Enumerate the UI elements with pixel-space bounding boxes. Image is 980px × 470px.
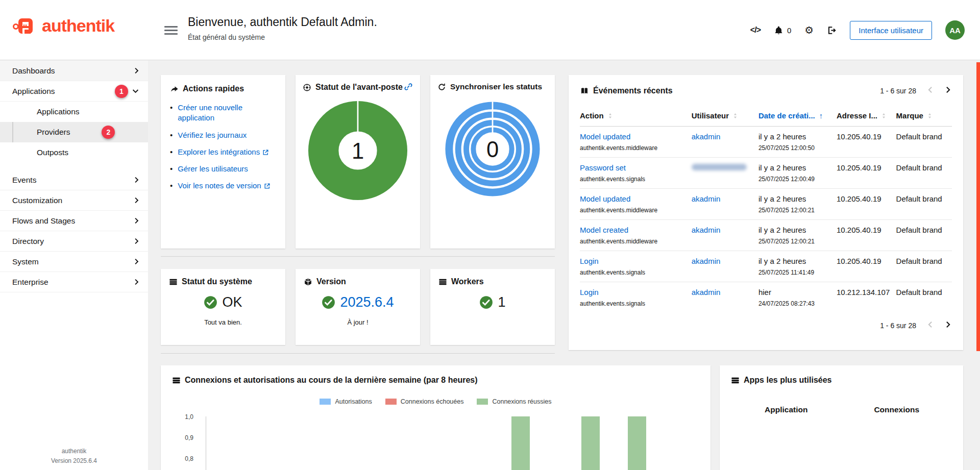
sort-icon — [733, 112, 738, 119]
sidebar-item-system[interactable]: System — [0, 252, 148, 272]
sidebar-item-enterprise[interactable]: Enterprise — [0, 272, 148, 292]
sidebar-item-dashboards[interactable]: Dashboards — [0, 61, 148, 81]
sidebar-toggle-button[interactable] — [164, 24, 178, 37]
event-action-cell: Password setauthentik.events.signals — [580, 158, 692, 189]
user-interface-button[interactable]: Interface utilisateur — [850, 21, 932, 40]
outpost-status-card: Statut de l'avant-poste 1 — [296, 75, 420, 249]
pagination-next-button[interactable] — [944, 320, 952, 331]
event-action-cell: Model createdauthentik.events.middleware — [580, 220, 692, 251]
event-user-link[interactable]: akadmin — [692, 194, 721, 203]
bullet: • — [170, 147, 173, 157]
sidebar-subnav-applications: ApplicationsProviders2Outposts — [0, 102, 148, 163]
events-column-header-marque[interactable]: Marque — [896, 105, 952, 127]
sidebar-item-applications[interactable]: Applications1 — [0, 81, 148, 102]
outpost-status-title: Statut de l'avant-poste — [315, 82, 403, 93]
recent-events-card: Événements récents 1 - 6 sur 28 ActionUt… — [569, 75, 963, 350]
sidebar-item-customization[interactable]: Customization — [0, 190, 148, 211]
event-date-cell: hier24/07/2025 08:27:43 — [758, 282, 837, 313]
event-date-cell: il y a 2 heures25/07/2025 12:00:21 — [758, 189, 837, 220]
event-action-link[interactable]: Model updated — [580, 194, 630, 203]
event-user-link[interactable]: akadmin — [692, 132, 721, 141]
event-row: Password setauthentik.events.signalsil y… — [580, 158, 952, 189]
sidebar-subitem-providers[interactable]: Providers2 — [0, 122, 148, 142]
sidebar-item-directory[interactable]: Directory — [0, 231, 148, 252]
event-action-link[interactable]: Model created — [580, 226, 628, 234]
sidebar-subitem-applications[interactable]: Applications — [0, 102, 148, 122]
event-action-link[interactable]: Login — [580, 288, 599, 296]
header-actions: </> 0 ⚙ Interface utilisateur AA — [750, 0, 965, 60]
quick-action-link-explorer-les-int-grations[interactable]: Explorer les intégrations — [178, 147, 260, 156]
quick-action-link-g-rer-les-utilisateurs[interactable]: Gérer les utilisateurs — [178, 164, 248, 173]
event-user-link[interactable]: akadmin — [692, 288, 721, 296]
event-ip-cell: 10.205.40.19 — [837, 189, 896, 220]
quick-action-link-cr-er-une-nouvelle-application[interactable]: Créer une nouvelle application — [178, 103, 242, 122]
event-action-link[interactable]: Login — [580, 257, 599, 265]
sign-out-button[interactable] — [827, 26, 837, 35]
pagination-label: 1 - 6 sur 28 — [880, 321, 916, 330]
pagination-prev-button[interactable] — [926, 320, 934, 331]
event-action-link[interactable]: Password set — [580, 163, 626, 172]
system-status-card: Statut du système OK Tout va bien. — [161, 269, 285, 345]
event-relative-time: il y a 2 heures — [758, 194, 834, 203]
event-timestamp: 25/07/2025 12:00:49 — [758, 176, 834, 183]
sidebar-item-events[interactable]: Events — [0, 170, 148, 190]
event-user-link[interactable]: akadmin — [692, 257, 721, 265]
column-label: Adresse I... — [837, 111, 877, 120]
column-label: Date de créati... — [758, 111, 815, 120]
settings-button[interactable]: ⚙ — [804, 25, 814, 35]
event-action-link[interactable]: Model updated — [580, 132, 630, 141]
quick-actions-card: Actions rapides •Créer une nouvelle appl… — [161, 75, 285, 249]
event-ip-cell: 10.205.40.19 — [837, 251, 896, 282]
quick-action-item: •Vérifiez les journaux — [170, 130, 276, 140]
event-context: authentik.events.signals — [580, 300, 689, 307]
sidebar-item-flows-and-stages[interactable]: Flows and Stages — [0, 211, 148, 231]
quick-action-link-voir-les-notes-de-version[interactable]: Voir les notes de version — [178, 181, 261, 190]
notification-count: 0 — [787, 26, 791, 35]
version-value[interactable]: 2025.6.4 — [340, 294, 394, 310]
api-browser-button[interactable]: </> — [750, 26, 761, 35]
recent-events-title: Événements récents — [593, 86, 673, 95]
event-date-cell: il y a 2 heures25/07/2025 12:00:49 — [758, 158, 837, 189]
events-column-header-date-de-cr-ati[interactable]: Date de créati...↑ — [758, 105, 837, 127]
sidebar-subitem-outposts[interactable]: Outposts — [0, 142, 148, 163]
chevron-right-icon — [134, 279, 139, 285]
event-date-cell: il y a 2 heures25/07/2025 11:41:49 — [758, 251, 837, 282]
link-icon[interactable] — [404, 82, 413, 91]
quick-action-item: •Créer une nouvelle application — [170, 103, 276, 123]
bundle-icon — [304, 278, 312, 286]
event-context: authentik.events.middleware — [580, 207, 689, 214]
version-subtitle: À jour ! — [304, 318, 412, 326]
pagination-prev-button[interactable] — [926, 85, 934, 96]
chart-bar-connexions-r-ussies — [628, 416, 646, 470]
chevron-right-icon — [134, 197, 139, 204]
event-timestamp: 24/07/2025 08:27:43 — [758, 300, 834, 307]
sidebar-subitem-label: Outposts — [37, 148, 68, 157]
event-date-cell: il y a 2 heures25/07/2025 12:00:50 — [758, 127, 837, 158]
event-user-link[interactable]: akadmin — [692, 226, 721, 234]
chart-bars — [206, 416, 695, 470]
event-timestamp: 25/07/2025 12:00:21 — [758, 207, 834, 214]
events-column-header-utilisateur[interactable]: Utilisateur — [692, 105, 758, 127]
legend-item-connexions-r-ussies: Connexions réussies — [477, 398, 551, 405]
chart-plot: 1,0 0,9 0,8 — [172, 410, 699, 470]
header: authentik Bienvenue, authentik Default A… — [0, 0, 980, 60]
outpost-icon — [303, 83, 311, 92]
avatar[interactable]: AA — [945, 20, 965, 40]
notifications-button[interactable]: 0 — [774, 26, 791, 35]
scrollbar-thumb[interactable] — [976, 62, 980, 351]
y-tick: 0,8 — [172, 455, 193, 462]
quick-action-link-v-rifiez-les-journaux[interactable]: Vérifiez les journaux — [178, 131, 247, 139]
event-brand-cell: Default brand — [896, 251, 952, 282]
sidebar-item-label: Customization — [12, 196, 62, 205]
book-icon — [580, 87, 589, 95]
quick-actions-list: •Créer une nouvelle application•Vérifiez… — [170, 103, 276, 191]
event-timestamp: 25/07/2025 12:00:50 — [758, 144, 834, 152]
authentik-logo[interactable]: authentik — [12, 15, 114, 36]
page-heading: Bienvenue, authentik Default Admin. État… — [188, 15, 377, 41]
main-content: Actions rapides •Créer une nouvelle appl… — [148, 60, 980, 470]
events-column-header-action[interactable]: Action — [580, 105, 692, 127]
pagination-next-button[interactable] — [944, 85, 952, 96]
events-column-header-adresse-i[interactable]: Adresse I... — [837, 105, 896, 127]
sync-status-rings: 0 — [437, 98, 548, 200]
share-arrow-icon — [170, 85, 179, 93]
